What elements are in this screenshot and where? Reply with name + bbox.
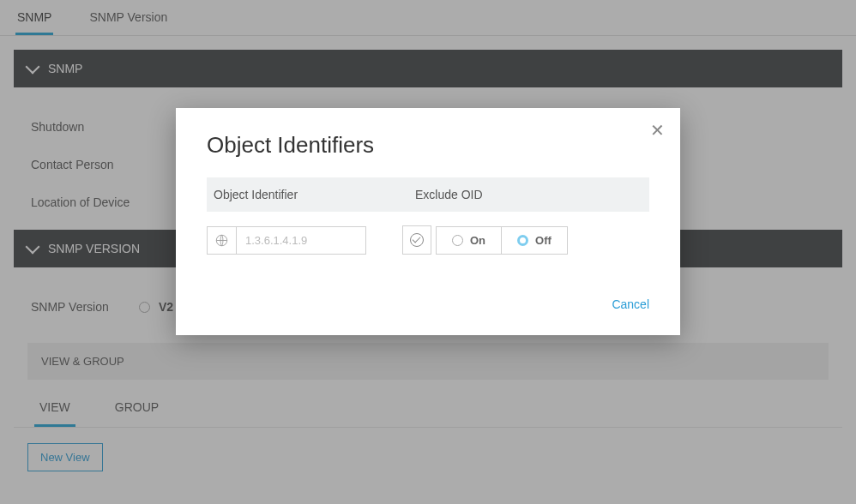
modal-title: Object Identifiers [176, 108, 680, 177]
object-identifiers-modal: ✕ Object Identifiers Object Identifier E… [176, 108, 680, 335]
oid-input[interactable] [237, 227, 365, 254]
exclude-on[interactable]: On [437, 227, 502, 254]
check-circle-icon [410, 233, 424, 247]
oid-input-wrapper [207, 226, 366, 255]
modal-overlay: ✕ Object Identifiers Object Identifier E… [0, 0, 856, 504]
exclude-off[interactable]: Off [502, 227, 567, 254]
col-header-exclude: Exclude OID [415, 188, 483, 201]
radio-icon [452, 235, 463, 246]
globe-prefix[interactable] [208, 227, 237, 254]
globe-icon [215, 234, 228, 247]
cancel-button[interactable]: Cancel [612, 297, 649, 311]
confirm-check-button[interactable] [402, 225, 431, 255]
col-header-oid: Object Identifier [214, 188, 415, 201]
radio-checked-icon [517, 235, 528, 246]
close-icon[interactable]: ✕ [650, 120, 665, 141]
exclude-toggle: On Off [436, 226, 568, 255]
